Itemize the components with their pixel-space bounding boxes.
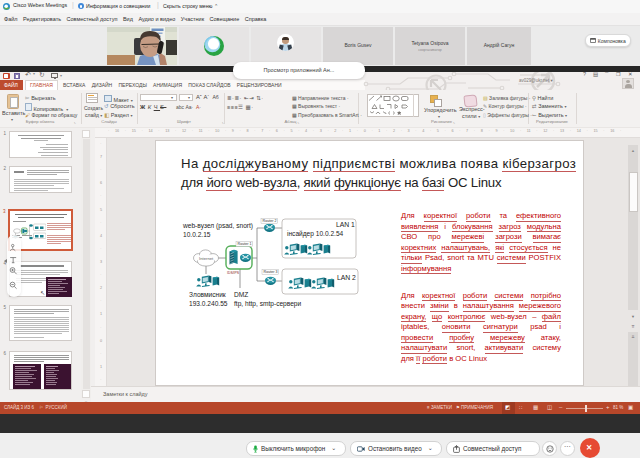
svg-text:LAN 1: LAN 1	[336, 221, 355, 228]
svg-text:LAN 2: LAN 2	[337, 274, 356, 281]
svg-text:10.0.2.15: 10.0.2.15	[183, 231, 211, 238]
svg-text:Зловмисник: Зловмисник	[189, 291, 226, 298]
svg-text:Internet: Internet	[199, 256, 214, 261]
svg-text:Router 1: Router 1	[238, 242, 252, 246]
svg-text:IDS/IPS: IDS/IPS	[227, 271, 240, 275]
svg-text:Router 2: Router 2	[263, 219, 277, 223]
svg-text:Router 3: Router 3	[264, 270, 278, 274]
svg-text:інсайдер 10.0.2.54: інсайдер 10.0.2.54	[287, 230, 344, 238]
svg-text:193.0.240.55: 193.0.240.55	[189, 300, 228, 307]
svg-text:DMZ: DMZ	[234, 291, 248, 298]
svg-text:ftp, http, smtp-сервери: ftp, http, smtp-сервери	[234, 300, 302, 308]
svg-text:web-вузел (psad, snort): web-вузел (psad, snort)	[182, 222, 253, 230]
